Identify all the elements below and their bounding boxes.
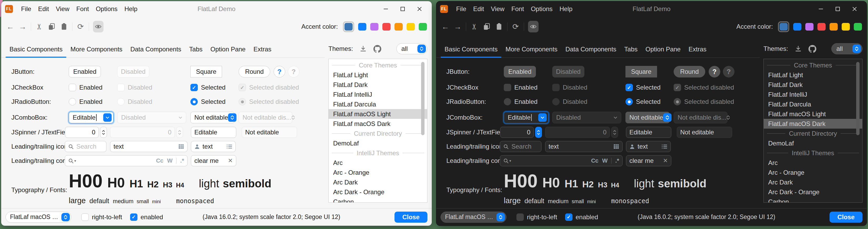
regex-button[interactable]: .* bbox=[615, 157, 619, 164]
cut-icon[interactable]: ✂ bbox=[470, 22, 478, 31]
theme-item[interactable]: Carbon bbox=[764, 197, 862, 203]
text-input-calendar[interactable]: text bbox=[110, 141, 187, 152]
textfield-editable[interactable]: Editable bbox=[626, 127, 671, 138]
textfield-editable[interactable]: Editable bbox=[191, 127, 236, 138]
theme-item[interactable]: FlatLaf Dark bbox=[764, 80, 862, 90]
rtl-checkbox[interactable] bbox=[82, 213, 89, 221]
search-with-options-input[interactable]: ▾CcW.* bbox=[500, 155, 623, 166]
theme-combobox-arrow-button[interactable] bbox=[496, 213, 505, 221]
minimize-button[interactable] bbox=[377, 3, 394, 15]
accent-swatch-orange[interactable] bbox=[830, 23, 838, 31]
combobox-not-editable[interactable]: Not editable bbox=[190, 112, 235, 123]
search-menu-icon[interactable] bbox=[68, 158, 74, 164]
radio-selected[interactable] bbox=[190, 98, 198, 106]
paste-icon[interactable] bbox=[60, 22, 68, 31]
spinner-field[interactable]: 0 bbox=[500, 127, 534, 138]
theme-item-selected[interactable]: FlatLaf macOS Dark bbox=[764, 119, 862, 128]
search-input[interactable]: Search bbox=[500, 141, 541, 152]
theme-item-selected[interactable]: FlatLaf macOS Light bbox=[329, 109, 427, 119]
text-input-user[interactable]: text bbox=[626, 141, 671, 152]
combobox-updown-button[interactable] bbox=[663, 113, 672, 122]
combobox-editable[interactable]: Editable bbox=[69, 112, 114, 123]
enabled-checkbox[interactable]: ✓ bbox=[565, 213, 572, 221]
theme-item[interactable]: FlatLaf macOS Dark bbox=[329, 119, 427, 128]
accent-swatch-blue[interactable] bbox=[793, 23, 801, 31]
refresh-icon[interactable]: ⟳ bbox=[76, 22, 85, 31]
themes-filter-arrow-button[interactable] bbox=[852, 45, 861, 53]
clear-icon[interactable]: ✕ bbox=[663, 157, 668, 164]
whole-word-button[interactable]: W bbox=[167, 157, 173, 164]
theme-item[interactable]: Arc bbox=[764, 158, 862, 168]
combobox-editable[interactable]: Editable bbox=[504, 112, 549, 123]
accent-swatch-yellow[interactable] bbox=[842, 23, 850, 31]
square-button[interactable]: Square bbox=[625, 66, 657, 78]
theme-item[interactable]: FlatLaf Dark bbox=[329, 80, 427, 90]
menu-edit[interactable]: Edit bbox=[470, 3, 488, 15]
show-hidden-toggle-button[interactable] bbox=[93, 21, 103, 32]
github-icon[interactable] bbox=[373, 45, 381, 53]
tab-more-components[interactable]: More Components bbox=[501, 41, 561, 57]
accent-swatch-blue[interactable] bbox=[358, 23, 366, 31]
theme-combobox-arrow-button[interactable] bbox=[61, 213, 70, 221]
tab-basic-components[interactable]: Basic Components bbox=[5, 41, 66, 57]
theme-item[interactable]: FlatLaf Darcula bbox=[764, 99, 862, 109]
round-button[interactable]: Round bbox=[239, 66, 270, 78]
tab-tabs[interactable]: Tabs bbox=[620, 41, 642, 57]
cut-icon[interactable]: ✂ bbox=[35, 22, 43, 31]
tab-data-components[interactable]: Data Components bbox=[561, 41, 620, 57]
accent-swatch-orange[interactable] bbox=[395, 23, 403, 31]
help-button[interactable]: ? bbox=[709, 66, 720, 78]
checkbox-selected[interactable]: ✓ bbox=[625, 84, 633, 91]
enabled-button[interactable]: Enabled bbox=[69, 66, 101, 78]
theme-item[interactable]: DemoLaf bbox=[764, 138, 862, 148]
tab-option-pane[interactable]: Option Pane bbox=[642, 41, 684, 57]
copy-icon[interactable] bbox=[483, 22, 491, 31]
tab-extras[interactable]: Extras bbox=[249, 41, 275, 57]
copy-icon[interactable] bbox=[48, 22, 56, 31]
forward-icon[interactable]: → bbox=[454, 22, 462, 31]
theme-item[interactable]: Arc bbox=[329, 158, 427, 168]
theme-item[interactable]: Arc Dark - Orange bbox=[764, 187, 862, 197]
menu-file[interactable]: File bbox=[18, 3, 35, 15]
accent-swatch-red[interactable] bbox=[817, 23, 826, 31]
round-button[interactable]: Round bbox=[674, 66, 705, 78]
menu-help[interactable]: Help bbox=[556, 3, 576, 15]
accent-swatch-steel-blue[interactable] bbox=[344, 23, 352, 31]
combobox-not-editable[interactable]: Not editable bbox=[625, 112, 670, 123]
menu-file[interactable]: File bbox=[453, 3, 470, 15]
accent-swatch-yellow[interactable] bbox=[407, 23, 415, 31]
menu-font[interactable]: Font bbox=[73, 3, 92, 15]
tab-tabs[interactable]: Tabs bbox=[185, 41, 207, 57]
tab-data-components[interactable]: Data Components bbox=[126, 41, 185, 57]
themes-filter-combobox[interactable]: all bbox=[396, 43, 427, 54]
themes-list-scrollbar[interactable] bbox=[421, 62, 425, 135]
help-button[interactable]: ? bbox=[274, 66, 285, 78]
spinner-buttons[interactable] bbox=[535, 127, 542, 138]
theme-item[interactable]: Arc Dark bbox=[764, 177, 862, 187]
square-button[interactable]: Square bbox=[190, 66, 222, 78]
spinner-field[interactable]: 0 bbox=[65, 127, 99, 138]
tab-basic-components[interactable]: Basic Components bbox=[441, 41, 501, 57]
theme-item[interactable]: Arc Dark - Orange bbox=[329, 187, 427, 197]
menu-options[interactable]: Options bbox=[92, 3, 121, 15]
themes-filter-combobox[interactable]: all bbox=[831, 43, 863, 54]
tab-more-components[interactable]: More Components bbox=[66, 41, 126, 57]
radio-enabled[interactable] bbox=[69, 98, 76, 106]
regex-button[interactable]: .* bbox=[180, 157, 184, 164]
menu-options[interactable]: Options bbox=[527, 3, 556, 15]
tab-extras[interactable]: Extras bbox=[684, 41, 710, 57]
download-icon[interactable] bbox=[795, 45, 802, 52]
paste-icon[interactable] bbox=[495, 22, 503, 31]
search-menu-icon[interactable] bbox=[503, 158, 509, 164]
theme-item[interactable]: FlatLaf Light bbox=[329, 70, 427, 80]
theme-item[interactable]: FlatLaf IntelliJ bbox=[764, 90, 862, 99]
accent-swatch-green[interactable] bbox=[854, 23, 862, 31]
forward-icon[interactable]: → bbox=[19, 22, 27, 31]
combobox-arrow-button[interactable] bbox=[103, 113, 112, 122]
back-icon[interactable]: ← bbox=[441, 22, 450, 31]
accent-swatch-purple[interactable] bbox=[805, 23, 813, 31]
refresh-icon[interactable]: ⟳ bbox=[512, 22, 520, 31]
maximize-button[interactable] bbox=[829, 3, 846, 15]
theme-item[interactable]: FlatLaf Light bbox=[764, 70, 862, 80]
maximize-button[interactable] bbox=[394, 3, 411, 15]
